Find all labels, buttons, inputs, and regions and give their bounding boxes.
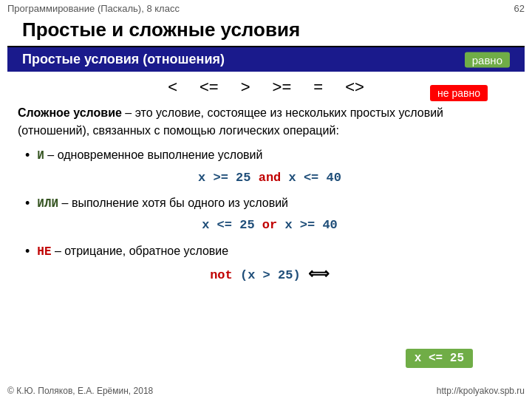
code-and-x1: x >= 25 bbox=[198, 171, 250, 185]
keyword-ili: ИЛИ bbox=[37, 197, 58, 211]
code-not-expr: (x > 25) bbox=[240, 268, 301, 282]
code-not: not (x > 25) ⟺ bbox=[25, 263, 514, 287]
url: http://kpolyakov.spb.ru bbox=[437, 386, 525, 396]
bottom-bar: © К.Ю. Поляков, Е.А. Ерёмин, 2018 http:/… bbox=[0, 383, 532, 399]
item-or-text: ИЛИ – выполнение хотя бы одного из услов… bbox=[37, 194, 288, 214]
keyword-ne: НЕ bbox=[37, 245, 51, 259]
list-item-and: • И – одновременное выполнение условий x… bbox=[25, 146, 514, 191]
op-gte: >= bbox=[273, 78, 292, 97]
page-number: 62 bbox=[514, 3, 525, 14]
op-eq: = bbox=[313, 78, 323, 97]
keyword-and: И bbox=[37, 149, 44, 163]
code-and-x2: x <= 40 bbox=[289, 171, 341, 185]
code-or: x <= 25 or x >= 40 bbox=[25, 215, 514, 235]
equiv-arrow: ⟺ bbox=[308, 266, 330, 283]
op-gt: > bbox=[241, 78, 250, 97]
op-lt: < bbox=[168, 78, 177, 97]
item-not-text: НЕ – отрицание, обратное условие bbox=[37, 242, 228, 262]
copyright: © К.Ю. Поляков, Е.А. Ерёмин, 2018 bbox=[7, 386, 153, 396]
code-and-kw: and bbox=[259, 171, 289, 185]
code-not-kw: not bbox=[210, 268, 240, 282]
badge-xle25: x <= 25 bbox=[406, 349, 473, 368]
complex-bold: Сложное условие bbox=[18, 106, 122, 119]
op-neq: <> bbox=[345, 78, 364, 97]
bullet-dot-1: • bbox=[25, 146, 30, 166]
course-label: Программирование (Паскаль), 8 класс bbox=[7, 3, 180, 14]
bullet-dot-3: • bbox=[25, 242, 30, 262]
page-title: Простые и сложные условия bbox=[7, 17, 525, 47]
code-or-kw: or bbox=[262, 218, 285, 232]
bullet-dot-2: • bbox=[25, 194, 30, 214]
content-area: Сложное условие – это условие, состоящее… bbox=[0, 100, 532, 290]
code-or-x2: x >= 40 bbox=[284, 218, 337, 232]
complex-definition: Сложное условие – это условие, состоящее… bbox=[18, 104, 514, 140]
list-item-or: • ИЛИ – выполнение хотя бы одного из усл… bbox=[25, 194, 514, 239]
section-header: Простые условия (отношения) равно bbox=[7, 47, 525, 72]
badge-neravno: не равно bbox=[430, 85, 488, 101]
badge-ravno: равно bbox=[465, 52, 510, 67]
list-item-not: • НЕ – отрицание, обратное условие not (… bbox=[25, 242, 514, 290]
bullet-list: • И – одновременное выполнение условий x… bbox=[18, 146, 514, 290]
item-and-text: И – одновременное выполнение условий bbox=[37, 146, 262, 166]
section-header-text: Простые условия (отношения) bbox=[22, 52, 225, 67]
op-lte: <= bbox=[200, 78, 219, 97]
code-or-x1: x <= 25 bbox=[202, 218, 254, 232]
code-and: x >= 25 and x <= 40 bbox=[25, 168, 514, 188]
